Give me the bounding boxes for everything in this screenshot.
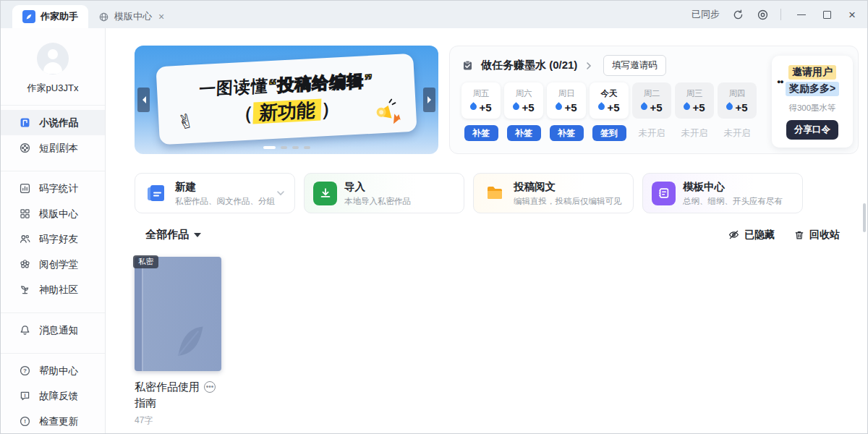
works-filter-dropdown[interactable]: 全部作品 [145, 228, 201, 242]
signin-day-card-locked: 周三 +5 [675, 82, 714, 119]
settings-icon[interactable] [756, 8, 769, 21]
new-work-card[interactable]: 新建 私密作品、阅文作品、分组 [135, 173, 295, 213]
banner-subtitle: （新功能） [234, 96, 340, 127]
recycle-bin-button[interactable]: 回收站 [793, 229, 840, 242]
carousel-dot[interactable] [292, 146, 299, 149]
ink-drop-icon [469, 102, 479, 111]
sidebar-item-novel-works[interactable]: 小说作品 [1, 110, 105, 135]
sidebar-item-label: 码字统计 [39, 182, 78, 195]
close-button[interactable]: × [848, 9, 856, 21]
more-options-icon[interactable]: ••• [204, 381, 216, 393]
sidebar-item-label: 故障反馈 [39, 390, 78, 403]
book-icon [19, 116, 31, 129]
chevron-right-icon[interactable] [584, 61, 593, 70]
hidden-works-button[interactable]: 已隐藏 [728, 229, 775, 242]
signin-day: 今天 +5 签到 [590, 82, 629, 141]
invite-code-button[interactable]: 填写邀请码 [603, 55, 666, 76]
refresh-icon[interactable] [731, 8, 744, 21]
invite-line1: 邀请用户 [788, 65, 836, 80]
sidebar-item-assist-community[interactable]: 神助社区 [1, 277, 105, 302]
tab-close-icon[interactable]: × [158, 12, 164, 22]
hidden-works-label: 已隐藏 [744, 229, 775, 242]
chevron-down-icon[interactable] [276, 188, 286, 198]
ink-drop-icon [726, 102, 735, 111]
makeup-signin-button[interactable]: 补签 [507, 125, 541, 141]
carousel-next-button[interactable] [423, 88, 435, 112]
sidebar-item-short-drama[interactable]: 短剧剧本 [1, 135, 105, 161]
maximize-button[interactable] [823, 11, 831, 19]
clipboard-check-icon [461, 59, 474, 72]
eye-off-icon [728, 229, 740, 241]
share-code-button[interactable]: 分享口令 [786, 120, 838, 140]
card-text: 新建 私密作品、阅文作品、分组 [175, 180, 268, 207]
new-doc-icon [144, 182, 168, 205]
day-reward: +5 [641, 101, 662, 114]
book-item[interactable]: 私密 私密作品使用 ••• 指南 47字 [135, 257, 243, 427]
feather-watermark-icon [169, 318, 214, 362]
invite-users-card[interactable]: 邀请用户 奖励多多>●● 得300墨水等 分享口令 [772, 56, 853, 148]
sidebar-item-label: 码字好友 [39, 233, 78, 246]
card-subtitle: 本地导入私密作品 [344, 196, 455, 207]
sidebar-item-label: 小说作品 [39, 116, 78, 129]
carousel-prev-button[interactable] [137, 88, 150, 112]
library-actions: 已隐藏 回收站 [728, 229, 840, 242]
card-title: 新建 [175, 180, 268, 194]
carousel-dots[interactable] [135, 146, 438, 149]
sidebar-item-help-center[interactable]: ? 帮助中心 [1, 358, 105, 383]
banner-highlight: 新功能 [252, 98, 321, 124]
vertical-scrollbar[interactable] [863, 203, 866, 232]
signin-day: 周四 +5 未开启 [718, 82, 757, 141]
tab-template-center[interactable]: 模版中心 × [88, 5, 174, 28]
username: 作家pU3JTx [1, 82, 105, 95]
task-title[interactable]: 做任务赚墨水 (0/21) [481, 59, 577, 72]
sidebar-item-template-center[interactable]: 模版中心 [1, 201, 105, 226]
card-subtitle: 编辑直投，投稿后仅编辑可见 [514, 196, 624, 207]
submit-work-card[interactable]: 投稿阅文 编辑直投，投稿后仅编辑可见 [473, 173, 634, 213]
signin-button[interactable]: 签到 [592, 125, 626, 141]
sidebar-item-word-stats[interactable]: 码字统计 [1, 176, 105, 201]
makeup-signin-button[interactable]: 补签 [550, 125, 584, 141]
sidebar-item-writing-friends[interactable]: 码字好友 [1, 226, 105, 252]
card-subtitle: 总纲、细纲、开头应有尽有 [683, 196, 793, 207]
titlebar-controls: 已同步 × [692, 1, 860, 28]
svg-text:?: ? [23, 367, 27, 374]
sprout-icon [19, 284, 31, 296]
card-text: 模板中心 总纲、细纲、开头应有尽有 [683, 180, 793, 207]
banner-title: 一图读懂“投稿给编辑” [198, 69, 373, 101]
import-card[interactable]: 导入 本地导入私密作品 [304, 173, 464, 213]
day-reward: +5 [513, 101, 534, 114]
sidebar: 作家pU3JTx 小说作品 短剧剧本 码字统计 [1, 28, 106, 433]
book-cover[interactable]: 私密 [135, 257, 221, 371]
carousel-dot-active[interactable] [263, 146, 276, 149]
sidebar-item-label: 神助社区 [39, 284, 78, 297]
signin-day: 周二 +5 未开启 [632, 82, 671, 141]
grid-icon [19, 208, 31, 220]
card-text: 导入 本地导入私密作品 [344, 180, 455, 207]
signin-day: 周三 +5 未开启 [675, 82, 714, 141]
tab-writer-assistant[interactable]: 作家助手 [12, 5, 88, 28]
minimize-button[interactable] [797, 14, 806, 15]
carousel-dot[interactable] [281, 146, 287, 149]
day-reward: +5 [556, 101, 576, 114]
sidebar-item-reading-academy[interactable]: 阅创学堂 [1, 252, 105, 277]
promo-banner[interactable]: 一图读懂“投稿给编辑” （新功能） ✌ [135, 46, 438, 154]
left-arrow-icon [139, 96, 146, 103]
word-count: 47字 [135, 414, 243, 427]
sync-status: 已同步 [692, 8, 720, 21]
task-panel: 做任务赚墨水 (0/21) 填写邀请码 周五 +5 补签 [449, 46, 859, 154]
sidebar-item-notifications[interactable]: 消息通知 [1, 318, 105, 343]
signin-day: 周六 +5 补签 [504, 82, 543, 141]
app-window: 作家助手 模版中心 × 已同步 × [0, 0, 868, 434]
flower-icon [19, 258, 31, 271]
makeup-signin-button[interactable]: 补签 [464, 125, 498, 141]
sidebar-item-check-update[interactable]: ! 检查更新 [1, 409, 105, 434]
carousel-dot[interactable] [304, 146, 310, 149]
day-label: 周四 [729, 88, 746, 99]
banner-title-black: 一图读懂 [198, 76, 268, 98]
avatar[interactable] [37, 43, 69, 75]
day-label: 今天 [601, 88, 618, 99]
template-center-card[interactable]: 模板中心 总纲、细纲、开头应有尽有 [642, 173, 803, 213]
right-arrow-icon [427, 96, 435, 103]
invite-line2: 奖励多多>●● [786, 82, 839, 96]
sidebar-item-bug-feedback[interactable]: i 故障反馈 [1, 383, 105, 409]
